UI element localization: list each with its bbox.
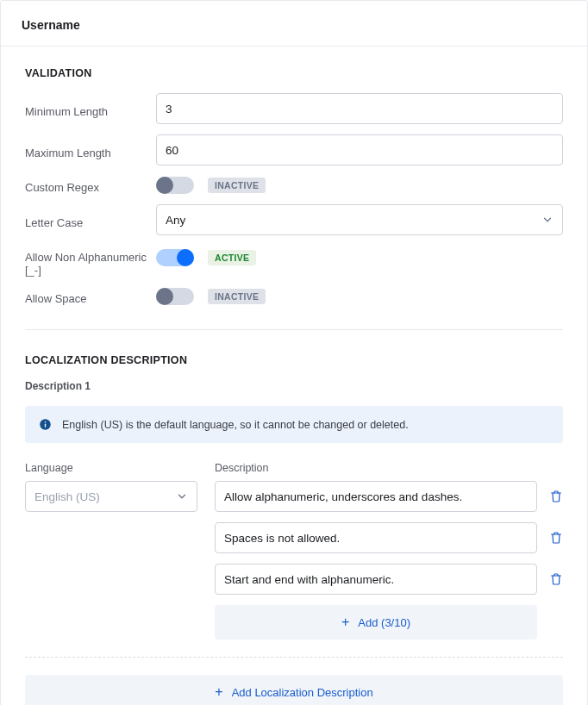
allow-non-alpha-label: Allow Non Alphanumeric [_-]: [25, 246, 156, 277]
trash-icon[interactable]: [549, 572, 563, 586]
add-localization-button[interactable]: + Add Localization Description: [25, 675, 563, 705]
localization-sub-title: Description 1: [25, 380, 563, 392]
description-item: [215, 481, 563, 512]
add-localization-label: Add Localization Description: [232, 686, 373, 699]
panel-title: Username: [1, 1, 587, 46]
letter-case-value: Any: [166, 214, 185, 227]
max-length-input[interactable]: [156, 134, 563, 165]
validation-section-title: VALIDATION: [25, 67, 563, 79]
min-length-input[interactable]: [156, 93, 563, 124]
max-length-label: Maximum Length: [25, 141, 156, 159]
description-input[interactable]: [215, 522, 537, 553]
description-label: Description: [215, 462, 563, 474]
localization-row: Language English (US) Description: [25, 462, 563, 639]
custom-regex-toggle[interactable]: [156, 177, 194, 194]
letter-case-label: Letter Case: [25, 211, 156, 229]
info-banner: English (US) is the default language, so…: [25, 406, 563, 443]
info-icon: [39, 418, 52, 431]
trash-icon[interactable]: [549, 490, 563, 503]
row-letter-case: Letter Case Any: [25, 204, 563, 235]
custom-regex-label: Custom Regex: [25, 176, 156, 194]
allow-non-alpha-toggle[interactable]: [156, 249, 194, 266]
custom-regex-badge: INACTIVE: [208, 178, 266, 193]
row-max-length: Maximum Length: [25, 134, 563, 165]
language-select[interactable]: English (US): [25, 481, 197, 512]
row-custom-regex: Custom Regex INACTIVE: [25, 176, 563, 194]
language-value: English (US): [34, 490, 100, 503]
letter-case-select[interactable]: Any: [156, 204, 563, 235]
svg-rect-1: [45, 424, 46, 427]
info-text: English (US) is the default language, so…: [62, 419, 409, 431]
row-allow-non-alpha: Allow Non Alphanumeric [_-] ACTIVE: [25, 246, 563, 277]
allow-non-alpha-badge: ACTIVE: [208, 250, 256, 265]
row-min-length: Minimum Length: [25, 93, 563, 124]
description-item: [215, 564, 563, 595]
username-panel: Username VALIDATION Minimum Length Maxim…: [0, 0, 588, 705]
description-item: [215, 522, 563, 553]
dashed-divider: [25, 657, 563, 658]
row-allow-space: Allow Space INACTIVE: [25, 287, 563, 305]
language-label: Language: [25, 462, 197, 474]
description-input[interactable]: [215, 564, 537, 595]
chevron-down-icon: [176, 490, 188, 502]
panel-body: VALIDATION Minimum Length Maximum Length…: [1, 46, 587, 705]
add-desc-label: Add (3/10): [358, 616, 410, 629]
localization-section-title: LOCALIZATION DESCRIPTION: [25, 354, 563, 366]
allow-space-label: Allow Space: [25, 287, 156, 305]
language-col: Language English (US): [25, 462, 197, 639]
plus-icon: +: [215, 685, 222, 699]
plus-icon: +: [341, 615, 349, 629]
min-length-label: Minimum Length: [25, 100, 156, 118]
allow-space-toggle[interactable]: [156, 288, 194, 305]
section-divider: [25, 329, 563, 330]
trash-icon[interactable]: [549, 531, 563, 545]
description-col: Description + Add (3/10): [215, 462, 563, 639]
allow-space-badge: INACTIVE: [208, 289, 266, 304]
svg-point-2: [45, 421, 47, 423]
chevron-down-icon: [541, 214, 554, 226]
add-description-button[interactable]: + Add (3/10): [215, 605, 537, 639]
description-input[interactable]: [215, 481, 537, 512]
